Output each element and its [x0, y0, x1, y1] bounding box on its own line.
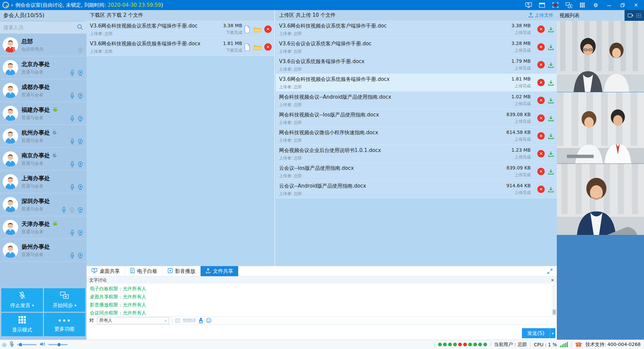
delete-file-icon[interactable]: ✕: [537, 97, 545, 104]
file-row[interactable]: V3.6网会科技视频会议系统服务端操作手册.docx 上传者: 总部 1.81 …: [87, 38, 274, 56]
settings-gear-icon[interactable]: ⚙: [592, 2, 599, 8]
download-file-icon[interactable]: [548, 62, 554, 68]
open-file-icon[interactable]: [244, 43, 251, 51]
download-file-icon[interactable]: [548, 26, 554, 33]
participant-row[interactable]: 北京办事处 普通与会者: [0, 56, 87, 79]
upload-file-button[interactable]: 上传文件: [528, 12, 553, 18]
delete-file-icon[interactable]: ✕: [537, 43, 545, 51]
mic-muted-icon[interactable]: [9, 341, 14, 348]
video-capture-icon[interactable]: [628, 13, 633, 18]
delete-file-icon[interactable]: ✕: [537, 132, 545, 140]
video-thumbnail[interactable]: [557, 21, 644, 92]
close-button[interactable]: ✕: [633, 2, 639, 8]
participant-row[interactable]: 天津办事处 普通与会者: [0, 216, 87, 239]
tab-whiteboard[interactable]: 电子白板: [125, 266, 163, 276]
tab-media-play[interactable]: 影音播放: [163, 266, 201, 276]
speaker-icon[interactable]: [40, 342, 45, 348]
open-folder-icon[interactable]: [254, 44, 261, 50]
download-file-icon[interactable]: [548, 80, 554, 86]
screen-share-icon[interactable]: [525, 2, 532, 8]
chat-scrollbar[interactable]: ▾: [552, 284, 556, 315]
open-folder-icon[interactable]: [254, 26, 261, 33]
scrollbar-thumb[interactable]: ▾: [552, 309, 556, 315]
mic-icon[interactable]: [70, 252, 75, 259]
mic-icon[interactable]: [70, 70, 75, 76]
download-file-icon[interactable]: [548, 168, 554, 175]
webcam-icon[interactable]: [77, 115, 83, 122]
file-row[interactable]: 网会科技视频会议--Ios版产品使用指南.docx 上传者: 总部 839.08…: [276, 109, 557, 127]
network-sync-icon[interactable]: [566, 2, 572, 8]
menu-chevron-icon[interactable]: ∨: [11, 3, 13, 7]
maximize-button[interactable]: [619, 2, 626, 8]
whisper-checkbox[interactable]: [175, 318, 180, 323]
participant-row[interactable]: 总部 会议管理员: [0, 34, 87, 56]
webcam-icon[interactable]: [77, 138, 83, 145]
mic-icon[interactable]: [70, 115, 75, 122]
smiley-icon[interactable]: ☺: [206, 317, 212, 324]
recipient-select[interactable]: 所有人 ∨: [97, 317, 169, 324]
record-icon[interactable]: [552, 2, 559, 8]
open-file-icon[interactable]: [244, 26, 251, 33]
display-mode-button[interactable]: 显示模式: [1, 313, 43, 336]
video-thumbnail[interactable]: [557, 164, 644, 235]
webcam-icon[interactable]: [77, 70, 83, 76]
search-icon[interactable]: [77, 24, 83, 32]
font-color-button[interactable]: A: [199, 318, 203, 323]
file-row[interactable]: 云会议--Ios版产品使用指南.docx 上传者: 总部 839.09 KB上传…: [276, 163, 557, 181]
participant-row[interactable]: 上海办事处 普通与会者: [0, 170, 87, 193]
window-mode-icon[interactable]: [539, 2, 545, 8]
delete-file-icon[interactable]: ✕: [537, 186, 545, 193]
search-input[interactable]: [3, 24, 77, 31]
tab-file-share[interactable]: 文件共享: [201, 266, 238, 276]
delete-file-icon[interactable]: ✕: [537, 114, 545, 122]
webcam-icon[interactable]: [77, 252, 83, 259]
file-row[interactable]: 网会科技视频会议--Android版产品使用指南.docx 上传者: 总部 1.…: [276, 92, 557, 109]
chevron-down-icon[interactable]: ▾: [74, 303, 76, 308]
webcam-disabled-icon[interactable]: [69, 207, 75, 213]
file-row[interactable]: 网会视频会议企业后台使用说明书1.0.1.docx 上传者: 总部 1.23 M…: [276, 145, 557, 163]
mic-icon[interactable]: [61, 207, 66, 213]
webcam-icon[interactable]: [77, 207, 83, 213]
participant-row[interactable]: 南京办事处 普通与会者: [0, 148, 87, 170]
minimize-button[interactable]: [606, 2, 612, 8]
participant-row[interactable]: 福建办事处 普通与会者: [0, 102, 87, 125]
delete-file-icon[interactable]: ✕: [537, 168, 545, 175]
expand-icon[interactable]: [547, 268, 557, 274]
audio-monitor-icon[interactable]: ◎: [2, 342, 6, 348]
webcam-icon[interactable]: [77, 184, 83, 190]
delete-file-icon[interactable]: ✕: [537, 79, 545, 86]
file-row[interactable]: V3.6云会议系统服务端操作手册.docx 上传者: 总部 1.79 MB上传完…: [276, 56, 557, 74]
webcam-disabled-icon[interactable]: [77, 47, 83, 53]
speaker-volume-slider[interactable]: [48, 342, 68, 347]
video-thumbnail[interactable]: [557, 92, 644, 163]
apps-grid-icon[interactable]: [579, 2, 586, 8]
chat-input-area[interactable]: 发送(S) ▾: [87, 325, 557, 340]
mic-volume-slider[interactable]: [17, 342, 37, 347]
tab-desktop-share[interactable]: 桌面共享: [87, 266, 125, 276]
participant-row[interactable]: 杭州办事处 普通与会者: [0, 125, 87, 148]
delete-file-icon[interactable]: ✕: [537, 26, 545, 33]
file-row[interactable]: 网会科技视频会议微信小程序快速指南.docx 上传者: 总部 614.58 KB…: [276, 127, 557, 145]
delete-file-icon[interactable]: ✕: [537, 150, 545, 157]
send-options-caret[interactable]: ▾: [550, 328, 555, 338]
mic-icon[interactable]: [70, 161, 75, 167]
delete-file-icon[interactable]: ✕: [264, 26, 272, 33]
mic-icon[interactable]: [70, 93, 75, 99]
start-sync-button[interactable]: 开始同步▾: [44, 288, 86, 312]
file-row-selected[interactable]: V3.6网会科技视频会议系统服务端操作手册.docx 上传者: 总部 1.81 …: [276, 74, 557, 92]
mic-icon[interactable]: [70, 138, 75, 145]
file-row[interactable]: V3.6网会科技视频会议系统客户端操作手册.doc 上传者: 总部 3.38 M…: [276, 20, 557, 38]
webcam-icon[interactable]: [77, 93, 83, 99]
download-file-icon[interactable]: [548, 115, 554, 121]
chevron-down-icon[interactable]: ▾: [32, 303, 34, 308]
webcam-icon[interactable]: [77, 230, 83, 236]
delete-file-icon[interactable]: ✕: [264, 43, 272, 51]
send-button[interactable]: 发送(S): [522, 328, 550, 338]
file-row[interactable]: V3.6云会议会议系统客户端操作手册.doc 上传者: 总部 3.28 MB上传…: [276, 38, 557, 56]
download-file-icon[interactable]: [548, 44, 554, 50]
webcam-icon[interactable]: [77, 161, 83, 167]
delete-file-icon[interactable]: ✕: [537, 61, 545, 68]
participant-row[interactable]: 深圳办事处 普通与会者: [0, 193, 87, 216]
video-layout-icon[interactable]: [636, 13, 641, 18]
download-file-icon[interactable]: [548, 133, 554, 139]
